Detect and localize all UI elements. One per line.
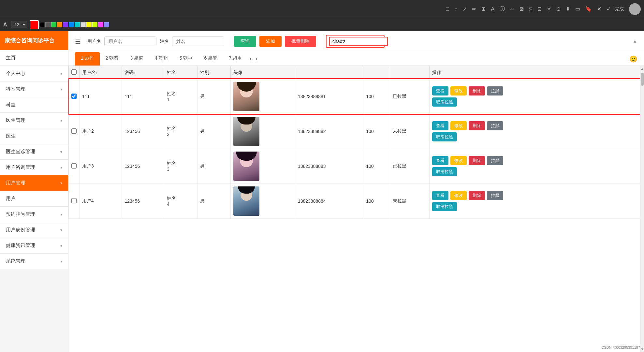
color-yellow[interactable]	[86, 22, 92, 27]
row2-view-btn[interactable]: 查看	[432, 121, 448, 130]
header-name[interactable]: 姓名↕	[164, 66, 198, 79]
sidebar-item-consult[interactable]: 用户咨询管理 ▾	[0, 160, 68, 175]
row1-delete-btn[interactable]: 删除	[469, 86, 485, 95]
close-icon[interactable]: ✕	[596, 5, 603, 13]
color-white[interactable]	[80, 22, 86, 27]
pin-icon[interactable]: ✳	[546, 5, 552, 13]
row3-unblacklist-btn[interactable]: 取消拉黑	[432, 167, 457, 176]
sidebar-item-doctor[interactable]: 医生	[0, 128, 68, 144]
pencil-icon[interactable]: ✏	[471, 5, 477, 13]
row2-delete-btn[interactable]: 删除	[469, 121, 485, 130]
bookmark-icon[interactable]: 🔖	[584, 5, 593, 13]
row4-photo	[233, 186, 259, 216]
row4-unblacklist-btn[interactable]: 取消拉黑	[432, 202, 457, 211]
header-gender[interactable]: 性别↕	[198, 66, 231, 79]
circle-icon[interactable]: ○	[453, 6, 459, 13]
arrow-icon[interactable]: ↗	[461, 5, 468, 13]
row4-blacklist-btn[interactable]: 拉黑	[487, 191, 503, 200]
add-button[interactable]: 添加	[259, 36, 282, 47]
emoji-smiley-icon[interactable]: 🙂	[629, 55, 637, 63]
record-icon[interactable]: ⊙	[555, 5, 562, 13]
sidebar-item-doctor-mgmt[interactable]: 医生管理 ▾	[0, 113, 68, 128]
color-lavender[interactable]	[104, 22, 109, 27]
row2-unblacklist-wrapper: 取消拉黑	[432, 132, 637, 141]
done-button[interactable]: 完成	[615, 6, 624, 12]
row4-view-btn[interactable]: 查看	[432, 191, 448, 200]
row1-checkbox[interactable]	[71, 94, 77, 99]
row1-blacklist-btn[interactable]: 拉黑	[487, 86, 503, 95]
screen-icon[interactable]: ▭	[574, 5, 581, 13]
row4-delete-btn[interactable]: 删除	[469, 191, 485, 200]
batch-delete-button[interactable]: 批量删除	[285, 36, 316, 47]
info-icon[interactable]: ⓘ	[498, 5, 506, 13]
sidebar-item-schedule[interactable]: 医生坐诊管理 ▾	[0, 144, 68, 160]
tab-4[interactable]: 4 潮州	[149, 52, 174, 66]
color-purple[interactable]	[63, 22, 68, 27]
name-input[interactable]	[172, 37, 224, 46]
row3-checkbox[interactable]	[71, 163, 77, 169]
active-color[interactable]	[30, 20, 39, 29]
mask-icon[interactable]: ⊡	[536, 5, 543, 13]
select-all-checkbox[interactable]	[71, 69, 77, 75]
row3-edit-btn[interactable]: 修改	[450, 156, 467, 165]
font-size-select[interactable]: 12	[11, 21, 27, 28]
row2-edit-btn[interactable]: 修改	[450, 121, 467, 130]
download-icon[interactable]: ⬇	[564, 5, 571, 13]
row4-action-btns: 查看 修改 删除 拉黑 取消拉黑	[432, 191, 637, 211]
grid-icon[interactable]: ⊞	[480, 5, 487, 13]
sidebar-item-personal[interactable]: 个人中心 ▾	[0, 66, 68, 81]
row2-unblacklist-btn[interactable]: 取消拉黑	[432, 132, 457, 141]
username-input[interactable]	[104, 37, 156, 46]
copy-icon[interactable]: ⎘	[528, 6, 534, 13]
row1-view-btn[interactable]: 查看	[432, 86, 448, 95]
color-pink[interactable]	[98, 22, 103, 27]
search-overlay-input[interactable]	[329, 37, 388, 46]
emoji-prev-btn[interactable]: ‹	[248, 55, 254, 62]
scroll-down-btn[interactable]: ▼	[640, 346, 644, 352]
row4-checkbox[interactable]	[71, 198, 77, 203]
row3-view-btn[interactable]: 查看	[432, 156, 448, 165]
text-icon[interactable]: A	[490, 6, 496, 13]
sidebar-item-user-mgmt[interactable]: 用户管理 ▾	[0, 175, 68, 191]
tab-5[interactable]: 5 朝中	[174, 52, 198, 66]
color-lime[interactable]	[92, 22, 97, 27]
sidebar-item-home[interactable]: 主页	[0, 50, 68, 66]
scrollbar-thumb[interactable]	[641, 73, 644, 86]
tab-1[interactable]: 1 炒作	[75, 52, 100, 66]
sidebar-item-dept-mgmt[interactable]: 科室管理 ▾	[0, 81, 68, 97]
row4-edit-btn[interactable]: 修改	[450, 191, 467, 200]
header-password[interactable]: 密码↕	[122, 66, 164, 79]
sidebar-item-appointment[interactable]: 预约挂号管理 ▾	[0, 207, 68, 222]
header-username[interactable]: 用户名↕	[80, 66, 122, 79]
sidebar-item-user[interactable]: 用户	[0, 191, 68, 207]
undo-icon[interactable]: ↩	[509, 5, 516, 13]
tab-7[interactable]: 7 超重	[223, 52, 248, 66]
color-teal[interactable]	[75, 22, 80, 27]
query-button[interactable]: 查询	[234, 36, 256, 47]
emoji-next-btn[interactable]: ›	[254, 55, 259, 62]
color-blue[interactable]	[69, 22, 74, 27]
row3-delete-btn[interactable]: 删除	[469, 156, 485, 165]
tab-2[interactable]: 2 朝着	[100, 52, 124, 66]
redo-icon[interactable]: ⊠	[518, 5, 525, 13]
color-orange[interactable]	[57, 22, 62, 27]
row2-checkbox[interactable]	[71, 128, 77, 134]
scroll-up-btn[interactable]: ▲	[640, 66, 644, 71]
check-icon[interactable]: ✓	[605, 5, 612, 13]
sidebar-item-case[interactable]: 用户病例管理 ▾	[0, 222, 68, 238]
sidebar-item-dept[interactable]: 科室	[0, 97, 68, 113]
color-dark[interactable]	[45, 22, 51, 27]
hamburger-icon[interactable]: ☰	[75, 37, 81, 45]
scroll-up-icon[interactable]: ▲	[632, 38, 637, 44]
color-green[interactable]	[51, 22, 56, 27]
tab-6[interactable]: 6 超赞	[198, 52, 223, 66]
row1-unblacklist-btn[interactable]: 取消拉黑	[432, 97, 457, 107]
row3-blacklist-btn[interactable]: 拉黑	[487, 156, 503, 165]
row2-blacklist-btn[interactable]: 拉黑	[487, 121, 503, 130]
row1-edit-btn[interactable]: 修改	[450, 86, 467, 95]
sidebar-item-health-info[interactable]: 健康资讯管理 ▾	[0, 238, 68, 254]
sidebar-item-system[interactable]: 系统管理 ▾	[0, 254, 68, 269]
color-black[interactable]	[39, 22, 45, 27]
rect-icon[interactable]: □	[445, 6, 450, 13]
tab-3[interactable]: 3 超值	[124, 52, 149, 66]
